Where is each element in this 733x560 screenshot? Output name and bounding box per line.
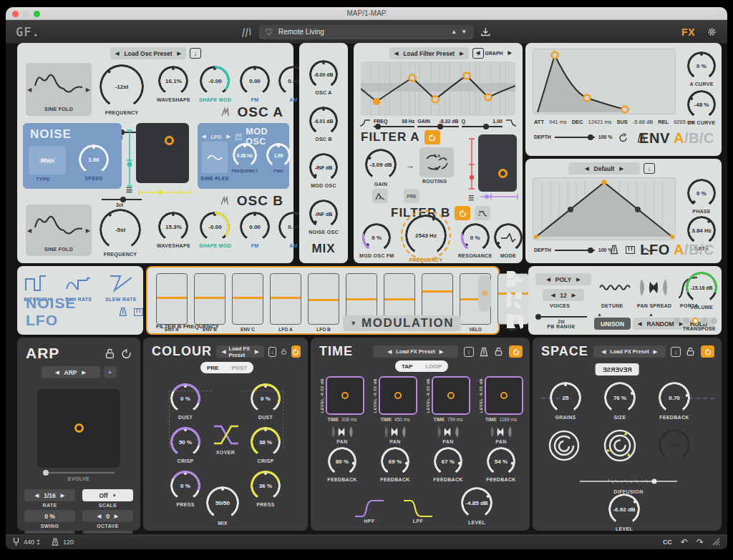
traffic-lights[interactable] <box>12 11 40 17</box>
lfo-depth-slider[interactable]: DEPTH 100 % <box>534 247 613 252</box>
tap-feedback-knob[interactable]: 69 % FEEDBACK <box>380 447 409 482</box>
lfo-node[interactable] <box>602 180 607 185</box>
noise-speed-knob[interactable]: 1.00 SPEED <box>79 144 109 181</box>
knob[interactable]: -6.00 dB OSC A <box>309 60 338 95</box>
filter-b-slope-icon[interactable]: 2 <box>475 206 490 220</box>
redo-icon[interactable]: ↷ <box>696 537 704 547</box>
xy-handle[interactable] <box>500 392 508 399</box>
wave-prev-icon[interactable]: ◀ <box>27 227 31 234</box>
arp-octave-stepper[interactable]: ◀0▶ <box>82 510 133 522</box>
knob[interactable]: 38 % CRISP <box>251 427 281 463</box>
space-level-knob[interactable]: -6.92 dB LEVEL <box>608 493 640 531</box>
knob[interactable]: 16.1% WAVESHAPE <box>157 66 190 102</box>
knob[interactable]: 76 % SIZE <box>604 382 636 420</box>
env-follow-icon[interactable]: A <box>372 189 388 203</box>
high-cut-icon[interactable] <box>505 119 517 127</box>
xy-handle[interactable] <box>165 136 174 145</box>
tap-pan-control[interactable] <box>489 425 513 439</box>
osc-a-wave-display[interactable]: ◀ ▶ SINE FOLD <box>26 63 92 116</box>
next-icon[interactable]: ▶ <box>177 51 180 57</box>
mod-amount-bar[interactable] <box>157 297 187 299</box>
time-preset-download-icon[interactable]: ↓ <box>464 347 474 357</box>
filter-b-frequency-knob[interactable]: 2543 Hz FREQUENCY <box>405 215 447 262</box>
osc-b-frequency-knob[interactable]: -5st FREQUENCY <box>99 209 141 257</box>
knob[interactable]: -6.01 dB OSC B <box>309 107 338 142</box>
time-tempo-sync-icon[interactable] <box>480 347 488 357</box>
arp-swing-field[interactable]: 0 % <box>24 510 75 522</box>
lpf-control[interactable]: LPF <box>402 498 434 524</box>
arp-xy-pad[interactable] <box>37 389 120 468</box>
mod-amount-bar[interactable] <box>309 299 339 301</box>
knob[interactable]: 50 % CRISP <box>170 427 200 463</box>
tuning-stepper-icons[interactable]: ▲▼ <box>37 539 40 546</box>
osc-xy-pad[interactable] <box>136 123 189 183</box>
arp-lock-icon[interactable] <box>105 348 115 359</box>
reverse-button[interactable]: REVERSE <box>596 363 639 375</box>
tap-pan-control[interactable] <box>383 425 407 439</box>
tap-feedback-knob[interactable]: 80 % FEEDBACK <box>327 447 356 482</box>
osc-preset-download-icon[interactable]: ↓ <box>190 48 201 59</box>
modulation-destination-label[interactable]: FILTER B FREQUENCY <box>156 323 219 330</box>
unison-button[interactable]: UNISON <box>594 318 631 330</box>
lfo-keytrack-icon[interactable] <box>626 246 635 254</box>
mod-amount-bar[interactable] <box>195 297 225 299</box>
lfo-shape-graph[interactable] <box>533 177 676 240</box>
filter-xy-vslider[interactable] <box>468 136 475 192</box>
filter-eq-graph[interactable] <box>361 62 515 116</box>
arp-power-icon[interactable] <box>121 348 132 359</box>
colour-lock-icon[interactable] <box>281 347 287 356</box>
knob[interactable]: 0.38 Hz FREQUENCY <box>229 143 261 173</box>
tap-level-label[interactable]: LEVEL -6.02 dB <box>373 378 377 413</box>
resize-grip-icon[interactable] <box>712 538 720 546</box>
arp-rate-stepper[interactable]: ◀1/16▶ <box>24 489 75 501</box>
space-preset-download-icon[interactable]: ↓ <box>671 347 681 357</box>
diffusion-slider[interactable]: DIFFUSION <box>578 475 679 494</box>
knob[interactable]: 0.70 FEEDBACK <box>659 382 690 420</box>
xy-handle[interactable] <box>447 392 455 399</box>
env-depth-slider[interactable]: DEPTH 100 % <box>534 134 613 139</box>
env-node[interactable] <box>622 107 628 113</box>
tap-xy-pad[interactable] <box>485 376 523 415</box>
pb-range-slider[interactable]: 2st PB RANGE <box>535 316 587 329</box>
hpf-control[interactable]: HPF <box>354 498 385 524</box>
swirl-rate-knob[interactable]: 35 % SWIRL RATE <box>658 429 691 467</box>
knob[interactable]: 15.3% WAVESHAPE <box>157 212 190 248</box>
knob[interactable]: 0 % PRESS <box>170 471 200 507</box>
preset-prev-next-icons[interactable]: ▲ ▼ <box>451 29 468 35</box>
noise-type-display[interactable]: White <box>29 146 66 175</box>
lfo-node[interactable] <box>670 235 674 239</box>
mod-amount-bar[interactable] <box>422 290 452 293</box>
osc-xy-hslider[interactable] <box>136 186 193 199</box>
arp-randomize-icon[interactable]: ✦ <box>104 366 117 378</box>
transpose-dots[interactable] <box>674 318 717 324</box>
wave-next-icon[interactable]: ▶ <box>86 87 90 93</box>
tap-time-value[interactable]: 308 ms <box>341 417 356 422</box>
wave-next-icon[interactable]: ▶ <box>86 227 90 234</box>
tap-feedback-knob[interactable]: 67 % FEEDBACK <box>433 447 462 482</box>
xy-handle[interactable] <box>498 169 508 178</box>
tap-xy-pad[interactable] <box>432 376 470 415</box>
time-preset-selector[interactable]: ◀Load FX Preset▶ <box>373 345 458 358</box>
filter-b-power-button[interactable] <box>455 206 470 220</box>
mod-amount-bar[interactable] <box>346 298 377 300</box>
lfo-tab-a[interactable]: A <box>674 242 684 257</box>
direction-knob[interactable]: DIRECTION <box>602 429 638 468</box>
attack-curve-knob[interactable]: 0 % A CURVE <box>687 51 716 87</box>
modulation-slot[interactable]: LFO B <box>308 273 339 332</box>
lfo-preset-selector[interactable]: ◀Default▶ <box>568 162 640 175</box>
filter-mode-knob[interactable]: MODE <box>494 223 523 258</box>
osc-preset-selector[interactable]: ◀ Load Osc Preset ▶ <box>110 47 186 59</box>
knob[interactable]: 0.00 FM <box>240 66 270 102</box>
eq-node[interactable] <box>485 94 492 101</box>
xy-handle[interactable] <box>394 392 402 399</box>
env-loop-icon[interactable] <box>618 133 628 143</box>
fx-toggle-button[interactable]: FX <box>681 26 695 38</box>
knob[interactable]: -0.00 SHAPE MOD <box>199 66 231 102</box>
filter-a-power-button[interactable] <box>424 130 440 144</box>
midi-cc-button[interactable]: CC <box>663 539 672 546</box>
mod-amount-bar[interactable] <box>233 297 263 299</box>
undo-icon[interactable]: ↶ <box>681 537 688 547</box>
noise-lfo-tempo-sync-icon[interactable] <box>119 307 127 317</box>
tap-level-label[interactable]: LEVEL -6.02 dB <box>320 378 324 413</box>
colour-pre-post-toggle[interactable]: PRE POST <box>200 362 253 373</box>
